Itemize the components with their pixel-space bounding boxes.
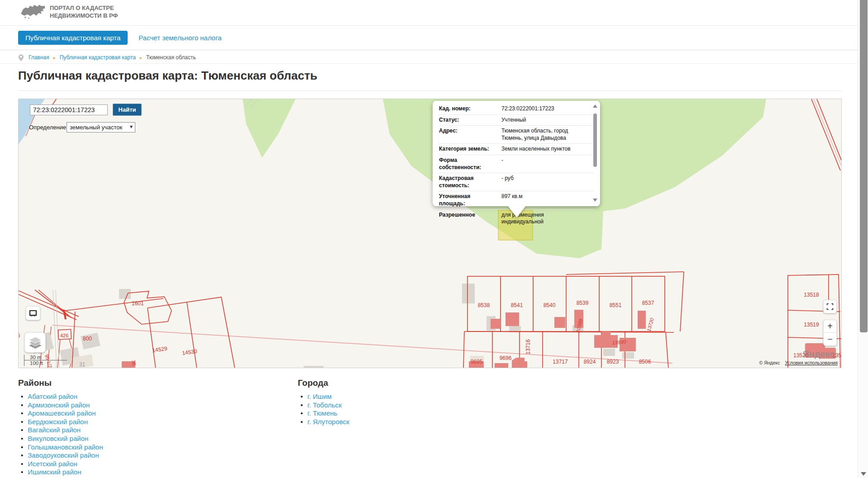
breadcrumb-current: Тюменская область bbox=[146, 54, 196, 61]
find-button[interactable]: Найти bbox=[113, 104, 142, 116]
cadastral-search-input[interactable] bbox=[30, 104, 108, 115]
city-link[interactable]: г. Тобольск bbox=[307, 401, 342, 409]
district-link[interactable]: Аромашевский район bbox=[28, 409, 95, 417]
svg-text:8923: 8923 bbox=[607, 359, 619, 365]
svg-text:13716: 13716 bbox=[525, 339, 531, 355]
map-attribution: © Яндекс Условия использования bbox=[759, 360, 838, 365]
svg-text:13720: 13720 bbox=[646, 317, 655, 332]
popup-row-label: Разрешенное bbox=[439, 212, 497, 226]
svg-text:8538: 8538 bbox=[478, 302, 490, 308]
list-item: г. Ишим bbox=[300, 393, 349, 401]
scale-bar: 30 m 100 ft bbox=[24, 355, 67, 366]
header-divider bbox=[0, 25, 868, 26]
svg-text:13518: 13518 bbox=[804, 292, 819, 298]
district-link[interactable]: Исетский район bbox=[28, 460, 77, 468]
svg-text:426: 426 bbox=[60, 333, 68, 338]
zoom-controls: + − bbox=[823, 320, 837, 346]
page-scrollbar[interactable] bbox=[858, 0, 868, 478]
district-link[interactable]: Армизонский район bbox=[28, 401, 90, 409]
green-area-small bbox=[243, 99, 296, 158]
popup-row-label: Категория земель: bbox=[439, 146, 497, 153]
popup-row-value: Учтенный bbox=[501, 117, 583, 124]
zoom-out-button[interactable]: − bbox=[824, 333, 836, 345]
city-link[interactable]: г. Ишим bbox=[307, 393, 331, 400]
svg-text:1601: 1601 bbox=[132, 300, 144, 307]
popup-row: Кадастровая стоимость:- руб bbox=[439, 173, 594, 191]
tabs-divider bbox=[0, 50, 868, 50]
svg-text:8541: 8541 bbox=[511, 302, 523, 308]
district-link[interactable]: Викуловский район bbox=[28, 435, 88, 442]
ruler-icon bbox=[29, 309, 38, 317]
scroll-up-icon[interactable] bbox=[593, 104, 597, 108]
popup-row: Статус:Учтенный bbox=[439, 114, 594, 126]
popup-row: Кад. номер:72:23:0222001:17223 bbox=[439, 104, 594, 114]
definition-select[interactable]: земельный участок ▾ bbox=[67, 122, 135, 133]
popup-row-label: Статус: bbox=[439, 117, 497, 124]
list-item: Армизонский район bbox=[21, 401, 103, 410]
popup-row-label: Адрес: bbox=[439, 128, 497, 142]
list-item: Вагайский район bbox=[21, 426, 103, 435]
svg-text:8551: 8551 bbox=[610, 302, 622, 308]
city-link[interactable]: г. Тюмень bbox=[307, 409, 337, 417]
measure-tool-button[interactable] bbox=[26, 306, 40, 320]
popup-row-value: Земли населенных пунктов bbox=[501, 146, 583, 153]
list-item: Абатский район bbox=[21, 393, 103, 401]
scrollbar-down-arrow-icon[interactable] bbox=[861, 472, 866, 476]
popup-row: Форма собственности:- bbox=[439, 155, 594, 173]
fullscreen-icon bbox=[826, 303, 834, 311]
tab-land-tax-calc[interactable]: Расчет земельного налога bbox=[138, 34, 221, 42]
list-item: Викуловский район bbox=[21, 435, 103, 443]
tab-public-cadastral-map[interactable]: Публичная кадастровая карта bbox=[18, 31, 128, 45]
page-scrollbar-thumb[interactable] bbox=[860, 0, 868, 332]
layers-button[interactable] bbox=[24, 332, 46, 353]
districts-list: Абатский район Армизонский район Аромаше… bbox=[21, 393, 103, 478]
svg-text:9695: 9695 bbox=[471, 359, 483, 365]
scale-metric: 30 m bbox=[24, 355, 67, 360]
breadcrumb: Главная ▸ Публичная кадастровая карта ▸ … bbox=[18, 53, 196, 62]
popup-row: Уточненная площадь:897 кв.м bbox=[439, 191, 594, 209]
popup-row-label: Кад. номер: bbox=[439, 105, 497, 113]
district-link[interactable]: Ишимский район bbox=[28, 468, 81, 476]
list-item: Бердюжский район bbox=[21, 418, 103, 426]
district-link[interactable]: Абатский район bbox=[28, 393, 77, 400]
list-item: Голышмановский район bbox=[21, 443, 103, 452]
popup-row-value: 72:23:0222001:17223 bbox=[501, 105, 583, 113]
layers-icon bbox=[28, 336, 43, 350]
page: ПОРТАЛ О КАДАСТРЕ НЕДВИЖИМОСТИ В РФ Публ… bbox=[0, 0, 868, 478]
districts-heading: Районы bbox=[18, 378, 52, 388]
svg-text:8540: 8540 bbox=[544, 302, 556, 308]
parcel-outlines[interactable] bbox=[58, 272, 841, 368]
popup-scrollbar-thumb[interactable] bbox=[593, 114, 597, 167]
list-item: Ишимский район bbox=[21, 468, 103, 477]
russia-map-logo-icon bbox=[20, 3, 46, 20]
svg-text:9696: 9696 bbox=[500, 355, 512, 361]
svg-text:36: 36 bbox=[131, 360, 137, 366]
definition-label: Определение: bbox=[29, 124, 68, 131]
district-link[interactable]: Вагайский район bbox=[28, 426, 81, 434]
popup-row: Адрес:Тюменская область, город Тюмень, у… bbox=[439, 125, 594, 143]
scroll-down-icon[interactable] bbox=[593, 199, 597, 202]
zoom-in-button[interactable]: + bbox=[824, 320, 836, 333]
svg-text:14529: 14529 bbox=[152, 345, 167, 354]
popup-row-value: - руб bbox=[501, 175, 583, 189]
breadcrumb-map[interactable]: Публичная кадастровая карта bbox=[60, 54, 136, 61]
popup-scrollbar[interactable] bbox=[592, 104, 598, 202]
fullscreen-button[interactable] bbox=[823, 300, 837, 313]
site-title: ПОРТАЛ О КАДАСТРЕ НЕДВИЖИМОСТИ В РФ bbox=[50, 4, 118, 19]
district-link[interactable]: Заводоуковский район bbox=[28, 451, 99, 459]
district-link[interactable]: Голышмановский район bbox=[28, 443, 103, 451]
city-link[interactable]: г. Ялуторовск bbox=[307, 418, 349, 426]
district-link[interactable]: Бердюжский район bbox=[28, 418, 88, 426]
chevron-right-icon: ▸ bbox=[140, 55, 142, 60]
popup-row-value: для размещения индивидуальной bbox=[501, 212, 583, 226]
cities-heading: Города bbox=[298, 378, 328, 388]
breadcrumb-home[interactable]: Главная bbox=[29, 54, 49, 61]
definition-select-value: земельный участок bbox=[70, 124, 122, 131]
terms-of-use-link[interactable]: Условия использования bbox=[785, 360, 838, 365]
list-item: Аромашевский район bbox=[21, 409, 103, 418]
svg-text:14530: 14530 bbox=[181, 348, 197, 356]
map-canvas[interactable]: 1601 426 800 14529 14530 29 31 95 1/2 36… bbox=[19, 99, 842, 368]
list-item: Заводоуковский район bbox=[21, 451, 103, 460]
popup-row-label: Кадастровая стоимость: bbox=[439, 175, 497, 189]
svg-text:8539: 8539 bbox=[577, 300, 589, 306]
